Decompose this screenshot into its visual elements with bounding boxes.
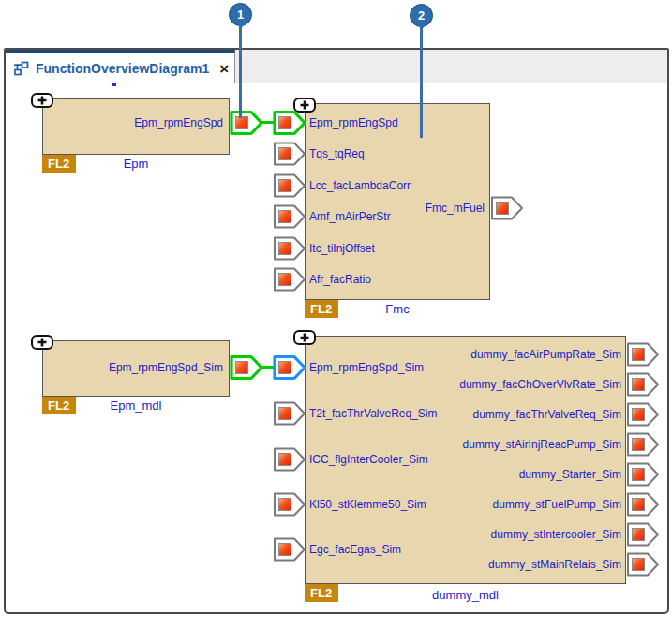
port-label: Fmc_mFuel bbox=[308, 201, 485, 216]
port-label: Epm_rpmEngSpd_Sim bbox=[46, 360, 223, 375]
tab-close-icon[interactable]: × bbox=[219, 61, 229, 77]
epm-mdl-output-port[interactable] bbox=[230, 354, 263, 381]
port-label: Epm_rpmEngSpd bbox=[46, 115, 223, 130]
dummy-mdl-input-port-2[interactable] bbox=[273, 400, 306, 427]
dummy-mdl-input-port-3[interactable] bbox=[273, 446, 306, 473]
fmc-input-port-2[interactable] bbox=[273, 141, 306, 167]
dummy-mdl-output-port-1[interactable] bbox=[626, 341, 660, 368]
callout-1-balloon: 1 bbox=[229, 3, 252, 26]
dummy-mdl-output-port-7[interactable] bbox=[626, 521, 660, 548]
dummy-mdl-output-port-2[interactable] bbox=[626, 371, 660, 398]
port-label: Epm_rpmEngSpd_Sim bbox=[309, 360, 424, 375]
expand-icon[interactable] bbox=[31, 335, 53, 350]
callout-2-balloon: 2 bbox=[410, 4, 433, 27]
dummy-mdl-output-port-3[interactable] bbox=[626, 401, 660, 428]
port-label: Epm_rpmEngSpd bbox=[309, 115, 398, 130]
port-label: dummy_facChOverVlvRate_Sim bbox=[375, 377, 621, 392]
dummy-mdl-output-port-4[interactable] bbox=[626, 431, 660, 458]
block-name-epm-mdl: Epm_mdl bbox=[42, 399, 230, 413]
dummy-mdl-input-port-5[interactable] bbox=[273, 536, 306, 563]
block-name-dummy-mdl: dummy_mdl bbox=[305, 588, 626, 602]
fmc-input-port-5[interactable] bbox=[273, 235, 306, 262]
port-label: dummy_stFuelPump_Sim bbox=[375, 497, 621, 512]
expand-icon[interactable] bbox=[293, 330, 316, 345]
dummy-mdl-output-port-8[interactable] bbox=[626, 551, 660, 578]
fmc-output-port[interactable] bbox=[490, 195, 524, 221]
epm-output-port[interactable] bbox=[230, 110, 263, 136]
port-label: dummy_stMainRelais_Sim bbox=[375, 557, 621, 572]
port-label: dummy_facAirPumpRate_Sim bbox=[375, 347, 621, 362]
port-label: dummy_stAirInjReacPump_Sim bbox=[375, 437, 621, 452]
block-name-epm: Epm bbox=[42, 157, 230, 171]
fmc-input-port-4[interactable] bbox=[273, 203, 306, 230]
port-label: Itc_tiInjOffset bbox=[309, 241, 375, 256]
expand-icon[interactable] bbox=[31, 93, 53, 108]
port-label: Egc_facEgas_Sim bbox=[309, 542, 401, 557]
dummy-mdl-input-port-1[interactable] bbox=[273, 354, 306, 381]
block-name-fmc: Fmc bbox=[305, 302, 490, 316]
tab-title: FunctionOverviewDiagram1 bbox=[36, 61, 209, 76]
port-label: Tqs_tqReq bbox=[309, 146, 365, 161]
port-label: dummy_facThrValveReq_Sim bbox=[375, 407, 621, 422]
port-label: dummy_Starter_Sim bbox=[375, 467, 621, 482]
port-label: Afr_facRatio bbox=[309, 272, 371, 287]
callout-1-line bbox=[239, 24, 242, 118]
dummy-mdl-output-port-5[interactable] bbox=[626, 461, 660, 488]
dummy-mdl-output-port-6[interactable] bbox=[626, 491, 660, 518]
dummy-mdl-input-port-4[interactable] bbox=[273, 491, 306, 518]
port-label: Lcc_facLambdaCorr bbox=[309, 178, 411, 193]
port-label: ICC_flgInterCooler_Sim bbox=[309, 452, 428, 467]
canvas-marker bbox=[112, 83, 116, 86]
fmc-input-port-3[interactable] bbox=[273, 173, 306, 199]
port-label: dummy_stIntercooler_Sim bbox=[375, 527, 621, 542]
callout-2-line bbox=[420, 25, 423, 138]
fmc-input-port-6[interactable] bbox=[273, 266, 306, 293]
fmc-input-port-1[interactable] bbox=[273, 110, 306, 136]
diagram-icon bbox=[13, 61, 29, 76]
tab-function-overview-diagram[interactable]: FunctionOverviewDiagram1 × bbox=[6, 50, 235, 83]
